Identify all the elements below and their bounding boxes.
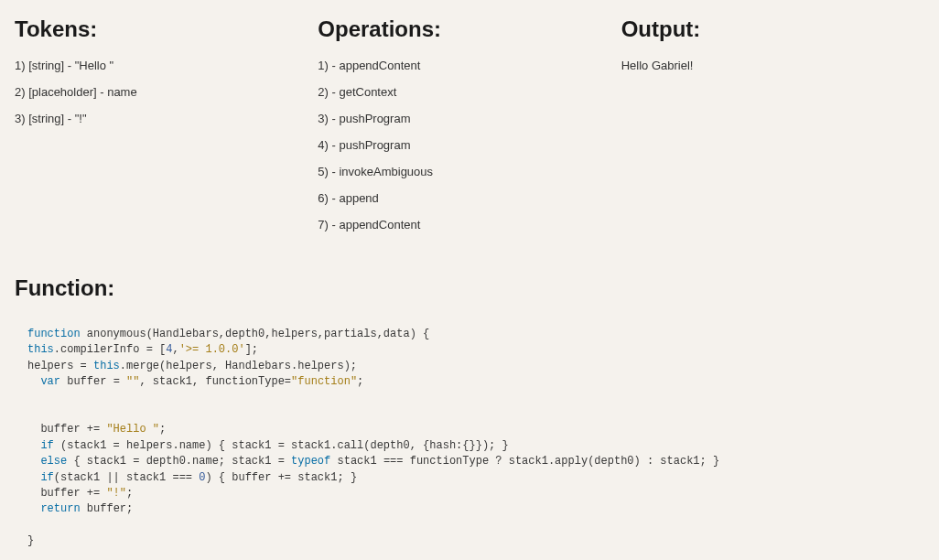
code-keyword: if (40, 471, 53, 484)
code-keyword: var (40, 375, 60, 388)
code-text: buffer += (27, 487, 106, 500)
code-keyword: return (40, 502, 80, 515)
code-text: .compilerInfo = [ (54, 343, 166, 356)
code-keyword: this (27, 343, 54, 356)
list-item: 1) [string] - "Hello " (15, 59, 318, 72)
tokens-heading: Tokens: (15, 16, 318, 42)
code-keyword: this (93, 360, 120, 372)
code-text: ; (159, 423, 166, 436)
function-section: Function: function anonymous(Handlebars,… (15, 275, 924, 558)
code-string: '>= 1.0.0' (179, 343, 245, 356)
code-text: (stack1 || stack1 === (54, 471, 199, 484)
code-text: ) { buffer += stack1; } (205, 471, 357, 484)
list-item: 5) - invokeAmbiguous (318, 165, 621, 178)
code-text: (Handlebars,depth0,helpers,partials,data… (146, 328, 430, 340)
code-text: , (172, 343, 178, 356)
output-text: Hello Gabriel! (621, 59, 924, 72)
code-text: (stack1 = helpers.name) { stack1 = stack… (54, 439, 509, 452)
code-text: buffer += (27, 423, 106, 436)
code-text: buffer = (60, 375, 126, 388)
code-text: , stack1, functionType= (139, 375, 291, 388)
output-heading: Output: (621, 16, 924, 42)
function-code-block: function anonymous(Handlebars,depth0,hel… (15, 318, 924, 558)
output-column: Output: Hello Gabriel! (621, 16, 924, 244)
code-text: helpers = (27, 360, 93, 372)
operations-column: Operations: 1) - appendContent 2) - getC… (318, 16, 621, 244)
list-item: 2) - getContext (318, 85, 621, 99)
code-text: stack1 === functionType ? stack1.apply(d… (330, 455, 719, 468)
code-keyword: if (40, 439, 53, 452)
code-text: anonymous (81, 328, 146, 340)
list-item: 7) - appendContent (318, 218, 621, 232)
code-keyword: else (40, 455, 67, 468)
list-item: 3) - pushProgram (318, 112, 621, 125)
code-keyword: typeof (291, 455, 330, 468)
code-text: ; (357, 375, 363, 388)
code-string: "function" (291, 375, 357, 388)
list-item: 2) [placeholder] - name (15, 85, 318, 99)
code-text: .merge(helpers, Handlebars.helpers); (120, 360, 357, 372)
list-item: 1) - appendContent (318, 59, 621, 72)
code-string: "" (126, 375, 139, 388)
list-item: 3) [string] - "!" (15, 112, 318, 125)
code-text: buffer; (81, 502, 134, 515)
operations-heading: Operations: (318, 16, 621, 42)
list-item: 4) - pushProgram (318, 138, 621, 152)
function-heading: Function: (15, 275, 924, 301)
code-text: } (27, 534, 34, 547)
tokens-column: Tokens: 1) [string] - "Hello " 2) [place… (15, 16, 318, 244)
code-text: ]; (245, 343, 258, 356)
code-string: "!" (106, 487, 126, 500)
code-text: { stack1 = depth0.name; stack1 = (67, 455, 291, 468)
columns-row: Tokens: 1) [string] - "Hello " 2) [place… (15, 16, 924, 244)
list-item: 6) - append (318, 191, 621, 205)
code-keyword: function (27, 328, 81, 340)
code-text: ; (126, 487, 133, 500)
code-string: "Hello " (106, 423, 159, 436)
